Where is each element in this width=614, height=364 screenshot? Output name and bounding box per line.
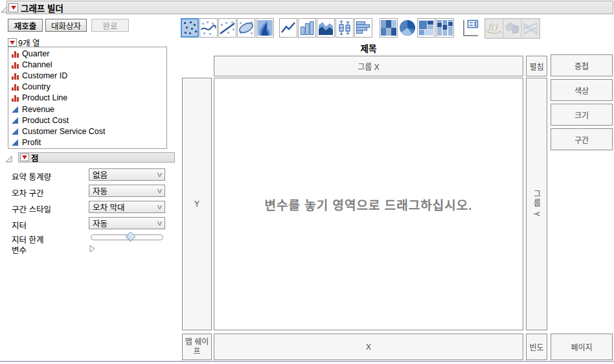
group-x-dropzone[interactable]: 그룹 X (214, 56, 523, 76)
area-chart-icon[interactable] (317, 18, 335, 38)
scatter-points-icon[interactable] (181, 18, 199, 38)
column-item[interactable]: Quarter (8, 48, 166, 59)
box-plot-icon[interactable] (335, 18, 354, 38)
line-of-fit-icon[interactable] (218, 18, 236, 38)
bar-chart-icon[interactable] (298, 18, 316, 38)
nominal-column-icon (11, 61, 19, 69)
points-section-title: 점 (31, 152, 39, 164)
interval-style-label: 구간 스타일 (12, 203, 51, 215)
map-shapes-icon (503, 19, 521, 38)
color-dropzone[interactable]: 색상 (551, 79, 613, 101)
column-item[interactable]: Channel (8, 59, 166, 70)
interval-style-select[interactable]: 오차 막대 v (89, 201, 165, 213)
column-item[interactable]: Product Line (8, 93, 166, 104)
formula-icon: ƒ() (485, 19, 503, 38)
column-item[interactable]: Customer ID (8, 70, 166, 81)
chevron-down-icon: v (157, 187, 162, 194)
window-bottom-edge (0, 361, 614, 362)
continuous-column-icon (11, 117, 19, 124)
column-item[interactable]: Customer Service Cost (8, 126, 166, 137)
pie-chart-icon[interactable] (398, 18, 416, 38)
continuous-column-icon (11, 128, 19, 135)
column-item[interactable]: Profit (8, 137, 166, 148)
contour-density-icon[interactable] (256, 18, 274, 38)
summary-statistic-select[interactable]: 없음 v (89, 168, 165, 181)
nominal-column-icon (11, 72, 19, 80)
chevron-down-icon: v (157, 171, 162, 178)
line-chart-icon[interactable] (279, 18, 297, 38)
continuous-column-icon (11, 139, 19, 146)
nominal-column-icon (11, 50, 19, 58)
graph-title[interactable]: 제목 (214, 41, 523, 54)
dialog-button[interactable]: 대화상자 (45, 19, 87, 32)
graph-builder-window: 그래프 빌더 재호출 대화상자 완료 9개 열 Quarter Channel … (0, 0, 614, 364)
points-menu-icon[interactable] (20, 154, 29, 161)
ellipse-icon[interactable] (237, 18, 255, 38)
chevron-down-icon: v (157, 220, 162, 227)
report-menu-icon[interactable] (8, 3, 18, 12)
x-dropzone[interactable]: X (214, 334, 523, 360)
recall-button[interactable]: 재호출 (8, 19, 43, 32)
jitter-limit-slider[interactable] (91, 234, 163, 240)
element-toolbar: ƒ() (181, 18, 540, 39)
chevron-down-icon: v (157, 203, 162, 210)
disabled-elements-group: ƒ() (484, 18, 540, 39)
jitter-select[interactable]: 자동 v (89, 217, 165, 229)
size-dropzone[interactable]: 크기 (551, 104, 613, 126)
column-item[interactable]: Revenue (8, 104, 166, 115)
wrap-dropzone[interactable]: 펼침 (526, 56, 547, 76)
columns-menu-icon[interactable] (8, 38, 17, 47)
error-interval-select[interactable]: 자동 v (89, 185, 165, 197)
jitter-label: 지터 (12, 219, 27, 231)
page-dropzone[interactable]: 페이지 (551, 334, 613, 360)
mosaic-plot-icon[interactable] (436, 18, 454, 38)
frequency-dropzone[interactable]: 빈도 (526, 334, 547, 360)
nominal-column-icon (11, 83, 19, 91)
slider-thumb[interactable] (125, 232, 135, 242)
variables-expand-icon[interactable] (89, 244, 95, 255)
y-dropzone[interactable]: Y (182, 78, 212, 330)
parallel-plot-icon (521, 19, 540, 38)
error-interval-label: 오차 구간 (12, 187, 43, 199)
drop-hint-text: 변수를 놓기 영역으로 드래그하십시오. (265, 196, 473, 213)
svg-text:ƒ(): ƒ() (486, 22, 498, 32)
map-shape-dropzone[interactable]: 맵 쉐이프 (182, 334, 212, 360)
plot-area[interactable]: 변수를 놓기 영역으로 드래그하십시오. (214, 78, 523, 330)
column-item[interactable]: Country (8, 82, 166, 93)
caption-box-icon[interactable] (461, 18, 479, 38)
summary-statistic-label: 요약 통계량 (12, 170, 51, 183)
continuous-column-icon (11, 106, 19, 113)
variables-label: 변수 (12, 244, 27, 256)
smoother-icon[interactable] (199, 18, 218, 38)
page-title: 그래프 빌더 (21, 1, 63, 14)
points-section-header: 점 (18, 152, 175, 163)
heatmap-icon[interactable] (380, 18, 398, 38)
done-button[interactable]: 완료 (91, 19, 129, 32)
points-disclosure-icon[interactable] (5, 154, 12, 165)
treemap-icon[interactable] (417, 18, 435, 38)
group-y-dropzone[interactable]: 그룹 Y (526, 78, 547, 330)
nominal-column-icon (11, 94, 19, 102)
interval-dropzone[interactable]: 구간 (551, 128, 613, 150)
histogram-icon[interactable] (354, 18, 372, 38)
column-item[interactable]: Product Cost (8, 115, 166, 126)
overlay-dropzone[interactable]: 중첩 (551, 54, 613, 76)
titlebar: 그래프 빌더 (6, 1, 613, 14)
columns-list: Quarter Channel Customer ID Country Prod… (8, 47, 167, 149)
